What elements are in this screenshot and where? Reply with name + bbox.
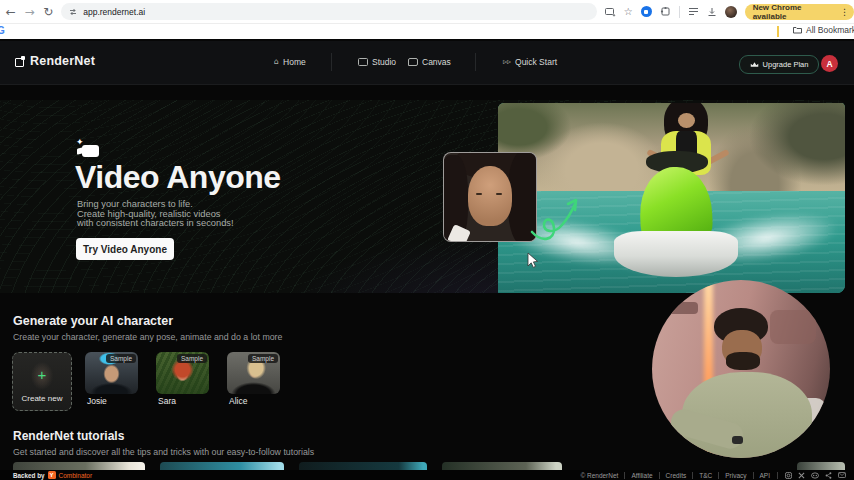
browser-profile-avatar[interactable] [725, 6, 737, 18]
bookmarks-divider [777, 26, 779, 37]
crown-icon [750, 61, 759, 68]
mail-icon[interactable] [838, 472, 846, 478]
upgrade-plan-button[interactable]: Upgrade Plan [739, 55, 819, 74]
quick-start-icon: ▹▹ [503, 58, 511, 66]
jetski-hull [614, 231, 738, 277]
nav-quick-start-label: Quick Start [515, 57, 557, 67]
studio-icon [358, 58, 368, 66]
address-bar[interactable]: app.rendernet.ai [61, 3, 596, 20]
nav-studio[interactable]: Studio [358, 57, 396, 67]
reading-list-icon[interactable] [688, 7, 699, 16]
nav-canvas-label: Canvas [422, 57, 451, 67]
canvas-icon [408, 58, 418, 66]
mouse-cursor [527, 252, 541, 269]
create-new-label: Create new [22, 394, 63, 403]
y-combinator-icon: Y [48, 471, 56, 479]
footer-link-privacy[interactable]: Privacy [718, 472, 752, 479]
nav-quick-start[interactable]: ▹▹ Quick Start [503, 57, 557, 67]
presenter-webcam-overlay [652, 280, 830, 458]
upgrade-plan-label: Upgrade Plan [763, 60, 809, 69]
chrome-update-button[interactable]: New Chrome available ⋮ [745, 4, 854, 20]
video-camera-icon: ✦ [76, 139, 102, 161]
character-name-alice: Alice [229, 396, 247, 406]
app-footer: Backed by Y Combinator © RenderNet Affil… [0, 470, 854, 480]
back-button[interactable]: ← [3, 4, 19, 20]
screen: ← → ↻ app.rendernet.ai ☆ [0, 0, 854, 480]
reload-button[interactable]: ↻ [40, 4, 56, 20]
extensions-puzzle-icon[interactable] [660, 6, 671, 17]
presenter-watch [732, 436, 743, 444]
bookmark-star-icon[interactable]: ☆ [624, 7, 633, 17]
all-bookmarks-label: All Bookmarks [806, 25, 854, 35]
nav-home[interactable]: ⌂ Home [274, 57, 306, 67]
footer-social-icons [777, 472, 846, 479]
rider-face [678, 113, 695, 128]
folder-icon [793, 26, 802, 34]
plus-icon: + [38, 369, 47, 381]
rendernet-logo-icon [15, 56, 25, 66]
sample-badge: Sample [177, 354, 207, 363]
character-card-josie[interactable]: Sample [85, 352, 138, 394]
characters-subtitle: Create your character, generate any pose… [13, 332, 282, 342]
toolbar-divider [679, 6, 680, 18]
extension-badge-icon[interactable] [641, 6, 652, 17]
x-twitter-icon[interactable] [798, 472, 805, 479]
user-avatar[interactable]: A [821, 55, 838, 72]
nav-divider [331, 53, 332, 71]
send-to-device-icon[interactable] [605, 7, 616, 17]
app-header: RenderNet ⌂ Home Studio Canvas ▹▹ Quick … [0, 41, 854, 85]
jetski-video-image [498, 103, 845, 293]
google-favicon[interactable]: G [0, 25, 5, 36]
forward-button[interactable]: → [22, 4, 38, 20]
rendernet-logo[interactable]: RenderNet [15, 54, 95, 68]
url-text: app.rendernet.ai [83, 7, 145, 17]
bookmarks-bar: G All Bookmarks [0, 24, 854, 39]
footer-link-affiliate[interactable]: Affiliate [624, 472, 658, 479]
character-portrait-image [443, 152, 537, 242]
character-card-sara[interactable]: Sample [156, 352, 209, 394]
create-new-character-card[interactable]: + Create new [12, 352, 72, 411]
banner-title: Video Anyone [75, 159, 281, 196]
nav-studio-label: Studio [372, 57, 396, 67]
sample-badge: Sample [106, 354, 136, 363]
banner-subtitle: Bring your characters to life. Create hi… [77, 200, 234, 229]
instagram-icon[interactable] [785, 472, 792, 479]
character-card-alice[interactable]: Sample [227, 352, 280, 394]
downloads-icon[interactable] [707, 7, 717, 17]
sample-badge: Sample [248, 354, 278, 363]
home-icon: ⌂ [274, 58, 279, 66]
rendernet-logo-text: RenderNet [30, 54, 95, 68]
footer-links: © RenderNet Affiliate Credits T&C Privac… [574, 472, 846, 479]
kebab-menu-icon[interactable]: ⋮ [840, 7, 849, 17]
share-icon[interactable] [825, 472, 832, 479]
characters-title: Generate your AI character [13, 314, 173, 328]
copyright-text: © RenderNet [574, 472, 624, 479]
footer-link-credits[interactable]: Credits [659, 472, 693, 479]
tutorials-title: RenderNet tutorials [13, 429, 124, 443]
backed-by-badge[interactable]: Backed by Y Combinator [13, 471, 92, 479]
rendernet-app: RenderNet ⌂ Home Studio Canvas ▹▹ Quick … [0, 39, 854, 480]
browser-toolbar: ← → ↻ app.rendernet.ai ☆ [0, 0, 854, 24]
character-name-sara: Sara [158, 396, 176, 406]
nav-home-label: Home [283, 57, 306, 67]
tutorials-subtitle: Get started and discover all the tips an… [13, 447, 314, 457]
site-permissions-icon [69, 8, 77, 16]
nav-divider [475, 53, 476, 71]
try-video-anyone-button[interactable]: Try Video Anyone [76, 238, 174, 260]
footer-link-tc[interactable]: T&C [692, 472, 718, 479]
all-bookmarks-button[interactable]: All Bookmarks [793, 25, 854, 35]
footer-link-api[interactable]: API [753, 472, 776, 479]
chrome-update-label: New Chrome available [753, 3, 836, 21]
character-name-josie: Josie [87, 396, 107, 406]
discord-icon[interactable] [811, 472, 819, 479]
nav-canvas[interactable]: Canvas [408, 57, 451, 67]
video-anyone-banner: ✦ Video Anyone Bring your characters to … [0, 100, 845, 293]
user-avatar-initial: A [826, 59, 832, 69]
